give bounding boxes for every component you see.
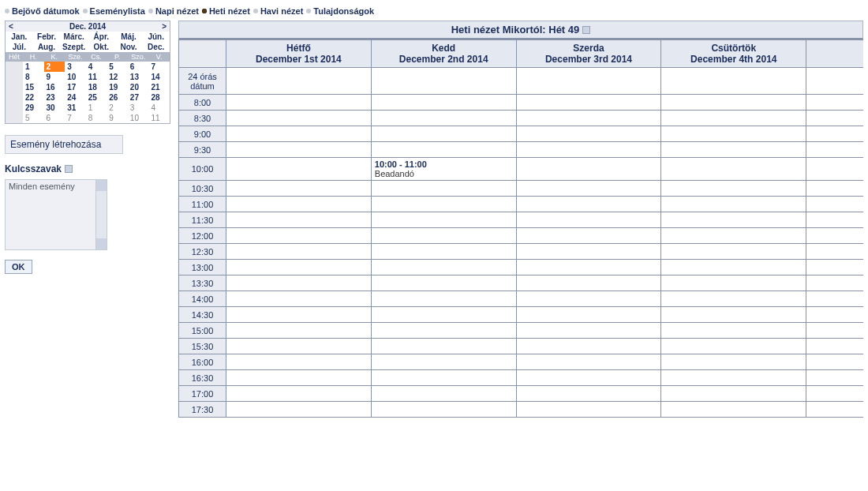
time-cell[interactable] xyxy=(806,370,863,386)
event-time[interactable]: 10:00 - 11:00 xyxy=(375,159,513,169)
time-cell[interactable] xyxy=(661,307,806,323)
mini-cal-day[interactable]: 21 xyxy=(148,82,170,92)
time-cell[interactable] xyxy=(226,181,372,197)
time-cell[interactable] xyxy=(226,291,372,307)
mini-cal-month[interactable]: Dec. xyxy=(142,42,170,52)
create-event-button[interactable]: Esemény létrehozása xyxy=(5,135,123,154)
time-cell[interactable] xyxy=(226,158,372,181)
mini-cal-day[interactable]: 7 xyxy=(148,62,170,72)
nav-bejövő-dátumok[interactable]: Bejövő dátumok xyxy=(5,6,80,16)
popup-icon[interactable] xyxy=(65,165,73,173)
mini-cal-day[interactable]: 2 xyxy=(44,62,65,72)
time-cell[interactable] xyxy=(806,126,863,142)
time-cell[interactable] xyxy=(806,111,863,126)
day-column-header[interactable]: KeddDecember 2nd 2014 xyxy=(371,40,516,68)
time-cell[interactable] xyxy=(806,244,863,260)
time-cell[interactable] xyxy=(371,260,516,275)
time-cell[interactable] xyxy=(661,354,806,370)
time-cell[interactable] xyxy=(226,307,372,323)
nav-havi-nézet[interactable]: Havi nézet xyxy=(253,6,303,16)
time-cell[interactable] xyxy=(516,339,661,354)
mini-cal-day[interactable]: 14 xyxy=(148,72,170,82)
day-column-header[interactable]: SzerdaDecember 3rd 2014 xyxy=(516,40,661,68)
mini-cal-month[interactable]: Márc. xyxy=(60,32,88,42)
time-cell[interactable] xyxy=(806,158,863,181)
mini-cal-month[interactable]: Okt. xyxy=(88,42,115,52)
time-cell[interactable] xyxy=(806,354,863,370)
time-cell[interactable] xyxy=(661,402,806,418)
nav-tulajdonságok[interactable]: Tulajdonságok xyxy=(306,6,374,16)
time-cell[interactable] xyxy=(806,386,863,402)
time-cell[interactable] xyxy=(371,197,516,212)
time-cell[interactable] xyxy=(806,181,863,197)
time-cell[interactable] xyxy=(661,275,806,291)
keywords-all-item[interactable]: Minden esemény xyxy=(9,182,75,191)
time-cell[interactable] xyxy=(806,212,863,228)
mini-cal-day[interactable]: 30 xyxy=(44,103,65,113)
time-cell[interactable] xyxy=(661,339,806,354)
allday-cell[interactable] xyxy=(806,68,863,95)
mini-cal-month[interactable]: Febr. xyxy=(33,32,61,42)
time-cell[interactable] xyxy=(806,275,863,291)
time-cell[interactable] xyxy=(516,212,661,228)
time-cell[interactable] xyxy=(661,181,806,197)
mini-cal-day[interactable]: 26 xyxy=(107,92,128,103)
time-cell[interactable] xyxy=(226,95,372,111)
mini-cal-day[interactable]: 11 xyxy=(86,72,107,82)
time-cell[interactable] xyxy=(516,142,661,158)
time-cell[interactable] xyxy=(661,291,806,307)
time-cell[interactable] xyxy=(371,181,516,197)
mini-cal-month[interactable]: Aug. xyxy=(33,42,61,52)
time-cell[interactable] xyxy=(806,323,863,339)
mini-cal-day[interactable]: 9 xyxy=(44,72,65,82)
time-cell[interactable] xyxy=(516,244,661,260)
time-cell[interactable] xyxy=(516,402,661,418)
mini-cal-day[interactable]: 1 xyxy=(23,62,44,72)
mini-cal-month[interactable]: Jan. xyxy=(6,32,33,42)
nav-heti-nézet[interactable]: Heti nézet xyxy=(202,6,250,16)
mini-cal-day[interactable]: 7 xyxy=(65,113,86,123)
time-cell[interactable] xyxy=(806,228,863,244)
time-cell[interactable] xyxy=(516,275,661,291)
time-cell[interactable] xyxy=(661,197,806,212)
time-cell[interactable] xyxy=(661,323,806,339)
mini-cal-day[interactable]: 16 xyxy=(44,82,65,92)
mini-cal-month[interactable]: Júl. xyxy=(6,42,33,52)
mini-cal-month[interactable]: Ápr. xyxy=(88,32,115,42)
mini-cal-day[interactable]: 28 xyxy=(148,92,170,103)
mini-cal-month[interactable]: Szept. xyxy=(60,42,88,52)
mini-cal-day[interactable]: 3 xyxy=(128,103,149,113)
mini-cal-day[interactable]: 20 xyxy=(128,82,149,92)
time-cell[interactable] xyxy=(226,323,372,339)
mini-cal-day[interactable]: 24 xyxy=(65,92,86,103)
time-cell[interactable] xyxy=(516,111,661,126)
time-cell[interactable] xyxy=(371,291,516,307)
mini-cal-day[interactable]: 8 xyxy=(86,113,107,123)
time-cell[interactable] xyxy=(226,260,372,275)
time-cell[interactable] xyxy=(806,95,863,111)
time-cell[interactable] xyxy=(661,142,806,158)
mini-cal-day[interactable]: 12 xyxy=(107,72,128,82)
mini-cal-day[interactable]: 10 xyxy=(128,113,149,123)
time-cell[interactable] xyxy=(371,228,516,244)
time-cell[interactable] xyxy=(226,386,372,402)
mini-cal-day[interactable]: 31 xyxy=(65,103,86,113)
allday-cell[interactable] xyxy=(661,68,806,95)
time-cell[interactable] xyxy=(806,307,863,323)
mini-cal-day[interactable]: 8 xyxy=(23,72,44,82)
day-column-header[interactable]: PDece xyxy=(806,40,863,68)
time-cell[interactable] xyxy=(371,111,516,126)
mini-cal-day[interactable]: 29 xyxy=(23,103,44,113)
time-cell[interactable] xyxy=(661,111,806,126)
mini-cal-day[interactable]: 27 xyxy=(128,92,149,103)
mini-cal-day[interactable]: 18 xyxy=(86,82,107,92)
time-cell[interactable] xyxy=(516,158,661,181)
nav-napi-nézet[interactable]: Napi nézet xyxy=(148,6,199,16)
time-cell[interactable] xyxy=(371,354,516,370)
mini-cal-month[interactable]: Jún. xyxy=(142,32,170,42)
time-cell[interactable] xyxy=(516,386,661,402)
time-cell[interactable] xyxy=(516,95,661,111)
time-cell[interactable] xyxy=(806,260,863,275)
time-cell[interactable] xyxy=(661,370,806,386)
allday-cell[interactable] xyxy=(371,68,516,95)
